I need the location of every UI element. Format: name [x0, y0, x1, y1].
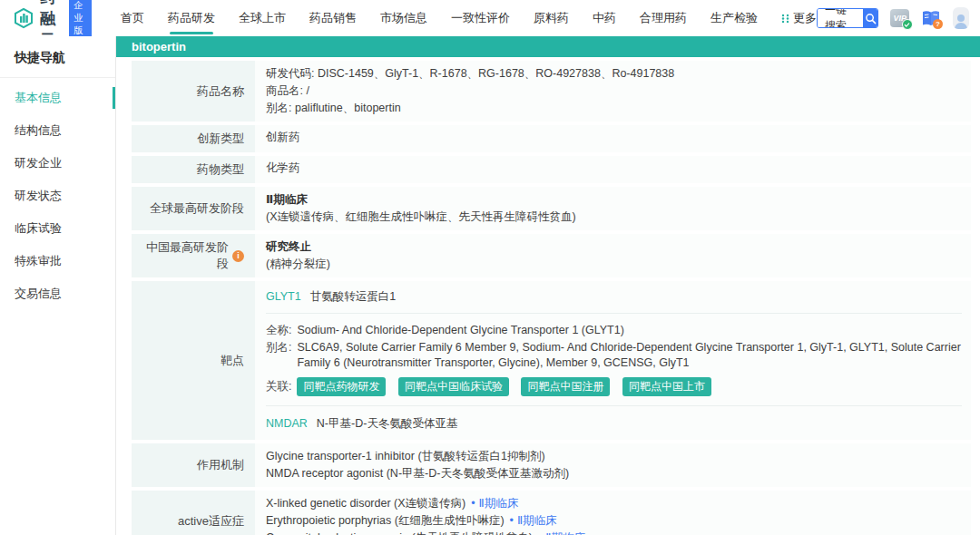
- info-icon[interactable]: [232, 250, 244, 262]
- main-nav: 首页 药品研发 全球上市 药品销售 市场信息 一致性评价 原料药 中药 合理用药…: [121, 0, 817, 36]
- alias-value: SLC6A9, Solute Carrier Family 6 Member 9…: [297, 340, 962, 371]
- full-name-value: Sodium- And Chloride-Dependent Glycine T…: [297, 323, 962, 338]
- global-stage-indications: (X连锁遗传病、红细胞生成性卟啉症、先天性再生障碍性贫血): [266, 209, 962, 226]
- global-highest-stage-label: 全球最高研发阶段: [132, 187, 255, 230]
- innovation-type-value: 创新药: [255, 125, 971, 152]
- navbar-right: 一键搜索 VIP: [817, 7, 969, 29]
- bullet-separator: •: [510, 514, 514, 527]
- avatar-body: [955, 23, 967, 29]
- row-drug-type: 药物类型 化学药: [132, 156, 971, 183]
- avatar-head: [957, 15, 965, 22]
- nav-item-more[interactable]: 更多: [781, 0, 817, 36]
- target-label: 靶点: [132, 281, 255, 440]
- indication-text: X-linked genetic disorder (X连锁遗传病): [266, 497, 466, 510]
- indication-line: Congenital aplastic anaemia (先天性再生障碍性贫血)…: [266, 530, 962, 535]
- relation-key: 关联:: [266, 379, 291, 394]
- active-indications-label: active适应症: [132, 491, 255, 535]
- innovation-type-label: 创新类型: [132, 125, 255, 152]
- china-stage-value: 研究终止: [266, 238, 962, 256]
- edition-badge: 企业版: [69, 0, 92, 39]
- sidebar-item-structure-info[interactable]: 结构信息: [0, 118, 115, 143]
- help-guide-icon[interactable]: [921, 8, 941, 28]
- mechanism-line: NMDA receptor agonist (N-甲基-D-天冬氨酸受体亚基激动…: [266, 465, 962, 482]
- china-stage-indications: (精神分裂症): [266, 256, 962, 273]
- question-badge-icon: [933, 19, 943, 29]
- page-title: bitopertin: [116, 36, 980, 57]
- stage-link[interactable]: •Ⅱ期临床: [471, 497, 518, 510]
- alias-key: 别名:: [266, 340, 291, 371]
- quick-nav-sidebar: 快捷导航 基本信息 结构信息 研发企业 研发状态 临床试验 特殊审批 交易信息: [0, 36, 116, 535]
- nav-more-label: 更多: [793, 10, 817, 26]
- row-innovation-type: 创新类型 创新药: [132, 125, 971, 152]
- row-active-indications: active适应症 X-linked genetic disorder (X连锁…: [132, 491, 971, 535]
- nav-item-consistency-eval[interactable]: 一致性评价: [451, 0, 510, 36]
- vip-status-icon[interactable]: VIP: [890, 9, 908, 27]
- row-global-highest-stage: 全球最高研发阶段 Ⅱ期临床 (X连锁遗传病、红细胞生成性卟啉症、先天性再生障碍性…: [132, 187, 971, 230]
- indication-line: X-linked genetic disorder (X连锁遗传病)•Ⅱ期临床: [266, 495, 962, 512]
- nav-item-home[interactable]: 首页: [121, 0, 144, 36]
- nav-item-rational-use[interactable]: 合理用药: [640, 0, 687, 36]
- sidebar-item-clinical-trials[interactable]: 临床试验: [0, 216, 115, 241]
- stage-link[interactable]: •Ⅱ期临床: [538, 531, 585, 535]
- nav-item-market-info[interactable]: 市场信息: [380, 0, 427, 36]
- china-highest-stage-label: 中国最高研发阶段: [132, 234, 255, 277]
- target-cn-name: 甘氨酸转运蛋白1: [310, 289, 396, 305]
- hexagon-logo-icon: [13, 7, 34, 29]
- sidebar-item-deal-info[interactable]: 交易信息: [0, 281, 115, 306]
- dev-code-line: 研发代码: DISC-1459、GlyT-1、R-1678、RG-1678、RO…: [266, 65, 962, 83]
- bullet-separator: •: [538, 531, 542, 535]
- indication-line: Erythropoietic porphyrias (红细胞生成性卟啉症)•Ⅱ期…: [266, 512, 962, 530]
- stage-link-text: Ⅱ期临床: [479, 497, 519, 510]
- nav-item-tcm[interactable]: 中药: [593, 0, 616, 36]
- nav-item-production-inspection[interactable]: 生产检验: [710, 0, 758, 36]
- quick-search-label: 一键搜索: [818, 9, 863, 27]
- drug-name-label: 药品名称: [132, 61, 255, 122]
- stage-link[interactable]: •Ⅱ期临床: [510, 514, 557, 527]
- bullet-separator: •: [471, 497, 475, 510]
- full-name-key: 全称:: [266, 323, 291, 338]
- trade-name-line: 商品名: /: [266, 83, 962, 100]
- mechanism-label: 作用机制: [132, 443, 255, 487]
- sidebar-item-rd-company[interactable]: 研发企业: [0, 151, 115, 176]
- row-mechanism: 作用机制 Glycine transporter-1 inhibitor (甘氨…: [132, 443, 971, 487]
- grid-dots-icon: [781, 14, 789, 24]
- nav-item-drug-rd[interactable]: 药品研发: [168, 0, 215, 36]
- global-stage-value: Ⅱ期临床: [266, 191, 962, 209]
- nav-item-api[interactable]: 原料药: [534, 0, 569, 36]
- target-link-nmdar[interactable]: NMDAR: [266, 416, 308, 432]
- mechanism-line: Glycine transporter-1 inhibitor (甘氨酸转运蛋白…: [266, 448, 962, 465]
- top-navbar: 药融云 企业版 首页 药品研发 全球上市 药品销售 市场信息 一致性评价 原料药…: [0, 0, 980, 36]
- indication-text: Erythropoietic porphyrias (红细胞生成性卟啉症): [266, 514, 505, 527]
- nav-item-drug-sales[interactable]: 药品销售: [309, 0, 357, 36]
- row-target: 靶点 GLYT1 甘氨酸转运蛋白1 全称: Sodium- And Chlori…: [132, 281, 971, 440]
- vip-check-icon: [902, 19, 913, 30]
- china-highest-stage-label-text: 中国最高研发阶段: [137, 239, 229, 272]
- row-drug-name: 药品名称 研发代码: DISC-1459、GlyT-1、R-1678、RG-16…: [132, 61, 971, 122]
- user-avatar-icon[interactable]: [953, 7, 969, 29]
- badge-same-target-cn-registration[interactable]: 同靶点中国注册: [521, 377, 610, 396]
- badge-same-target-rd[interactable]: 同靶点药物研发: [297, 377, 386, 396]
- stage-link-text: Ⅱ期临床: [517, 514, 557, 527]
- sidebar-item-special-approval[interactable]: 特殊审批: [0, 248, 115, 274]
- row-china-highest-stage: 中国最高研发阶段 研究终止 (精神分裂症): [132, 234, 971, 277]
- sidebar-item-basic-info[interactable]: 基本信息: [0, 85, 115, 111]
- search-icon[interactable]: [863, 9, 878, 27]
- drug-type-label: 药物类型: [132, 156, 255, 183]
- target-cn-name-2: N-甲基-D-天冬氨酸受体亚基: [317, 416, 458, 432]
- indication-text: Congenital aplastic anaemia (先天性再生障碍性贫血): [266, 531, 533, 535]
- alias-line: 别名: paliflutine、bitopertin: [266, 100, 962, 117]
- drug-type-value: 化学药: [255, 156, 971, 183]
- sidebar-title: 快捷导航: [0, 36, 115, 78]
- target-link-glyt1[interactable]: GLYT1: [266, 289, 301, 305]
- badge-same-target-cn-launch[interactable]: 同靶点中国上市: [622, 377, 711, 396]
- badge-same-target-cn-trials[interactable]: 同靶点中国临床试验: [398, 377, 509, 396]
- quick-search-button[interactable]: 一键搜索: [817, 8, 878, 28]
- main-content: bitopertin 药品名称 研发代码: DISC-1459、GlyT-1、R…: [116, 36, 980, 535]
- stage-link-text: Ⅱ期临床: [545, 531, 585, 535]
- sidebar-item-rd-status[interactable]: 研发状态: [0, 183, 115, 209]
- nav-item-global-launch[interactable]: 全球上市: [239, 0, 286, 36]
